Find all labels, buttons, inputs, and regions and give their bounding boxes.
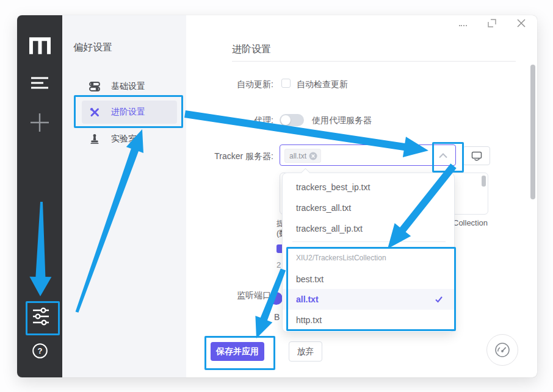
dropdown-item[interactable]: trackers_all.txt	[283, 198, 454, 218]
dropdown-group-label: XIU2/TrackersListCollection	[296, 250, 386, 266]
auto-update-checkbox[interactable]	[281, 79, 291, 88]
update-date-fragment: 2	[276, 260, 281, 269]
close-icon	[516, 18, 526, 28]
sidebar-item-lab[interactable]: 实验室	[82, 127, 177, 151]
window-scrollbar-thumb[interactable]	[530, 65, 535, 199]
dropdown-item[interactable]: trackers_all_ip.txt	[283, 218, 454, 239]
maximize-icon	[488, 19, 496, 27]
dropdown-item[interactable]: best.txt	[283, 269, 454, 289]
sidebar-item-label: 基础设置	[111, 81, 145, 92]
dropdown-item-label: all.txt	[296, 294, 319, 304]
dropdown-item[interactable]: http.txt	[283, 310, 454, 330]
dropdown-divider	[292, 241, 446, 242]
maximize-button[interactable]	[487, 18, 497, 28]
svg-text:?: ?	[38, 346, 43, 355]
tracker-source-dropdown: trackers_best_ip.txt trackers_all.txt tr…	[282, 173, 455, 332]
auto-update-label: 自动更新:	[189, 79, 273, 90]
tracker-tag: all.txt	[284, 149, 321, 163]
motrix-logo-icon[interactable]	[29, 35, 51, 57]
tracker-server-label: Tracker 服务器:	[183, 151, 273, 162]
toggle-knob	[281, 115, 291, 125]
task-list-icon[interactable]	[31, 76, 49, 90]
sidebar-item-label: 实验室	[111, 134, 137, 144]
sync-icon	[471, 150, 483, 162]
textarea-scrollbar-thumb[interactable]	[482, 176, 486, 187]
page-title: 进阶设置	[232, 43, 271, 56]
source-text-fragment: (数	[276, 228, 282, 238]
tools-icon	[89, 107, 100, 118]
discard-button[interactable]: 放弃	[289, 341, 322, 362]
title-divider	[232, 61, 516, 62]
preferences-panel	[62, 15, 186, 377]
lab-icon	[89, 134, 100, 144]
minimize-button[interactable]	[458, 22, 468, 29]
hint-text-fragment: 提示	[276, 218, 282, 228]
tag-close-icon[interactable]	[309, 152, 317, 160]
help-icon[interactable]: ?	[32, 343, 48, 359]
collection-text-fragment: Collection	[453, 218, 488, 227]
tracker-tag-label: all.txt	[289, 152, 306, 160]
save-apply-button[interactable]: 保存并应用	[211, 342, 264, 361]
toggles-icon	[89, 81, 100, 92]
listen-port-label: 监听端口:	[223, 290, 273, 301]
minimize-icon	[459, 25, 467, 26]
check-icon	[435, 296, 443, 303]
bt-text-fragment: B	[274, 312, 280, 322]
panel-title: 偏好设置	[73, 41, 112, 54]
listen-port-toggle[interactable]	[270, 292, 283, 305]
close-button[interactable]	[516, 18, 526, 28]
dropdown-item-selected[interactable]: all.txt	[283, 289, 454, 310]
speed-gauge-button[interactable]	[486, 334, 518, 366]
gauge-icon	[494, 341, 511, 358]
sidebar-item-label: 进阶设置	[111, 107, 145, 118]
tracker-server-input[interactable]: all.txt	[280, 144, 456, 166]
motrix-preferences-screenshot: ? 偏好设置 基础设置 进阶设置	[0, 0, 553, 392]
add-icon[interactable]	[29, 112, 51, 134]
chevron-up-icon[interactable]	[437, 152, 449, 159]
sidebar-item-advanced-settings[interactable]: 进阶设置	[82, 101, 177, 124]
preferences-sliders-icon[interactable]	[31, 307, 51, 326]
sidebar-item-basic-settings[interactable]: 基础设置	[82, 75, 177, 98]
auto-update-checkbox-label: 自动检查更新	[297, 79, 348, 90]
proxy-toggle-label: 使用代理服务器	[312, 115, 372, 126]
proxy-toggle[interactable]	[280, 114, 304, 126]
proxy-label: 代理:	[189, 115, 273, 126]
sync-tracker-button[interactable]	[463, 146, 490, 165]
dropdown-item[interactable]: trackers_best_ip.txt	[283, 177, 454, 198]
